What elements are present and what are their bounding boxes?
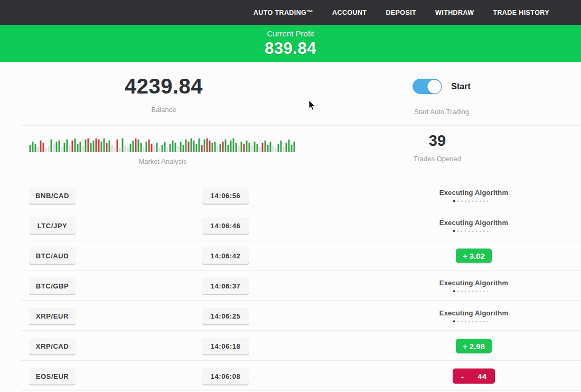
market-bar bbox=[270, 142, 271, 152]
market-bar bbox=[88, 138, 89, 152]
market-bar bbox=[109, 141, 110, 152]
market-bar bbox=[127, 147, 129, 152]
trades-opened-label: Trades Opened bbox=[414, 155, 461, 163]
market-bar bbox=[283, 147, 285, 152]
loader-dot bbox=[453, 320, 455, 322]
market-bar bbox=[280, 141, 282, 152]
pair-badge[interactable]: BTC/GBP bbox=[29, 277, 76, 294]
market-bar bbox=[207, 138, 208, 152]
market-bar bbox=[180, 142, 182, 152]
market-bar bbox=[164, 142, 166, 152]
auto-trading-toggle[interactable] bbox=[413, 79, 442, 94]
loader-dot bbox=[476, 321, 477, 322]
market-bar bbox=[114, 147, 116, 152]
balance-block: 4239.84 Balance bbox=[125, 74, 203, 114]
market-bar bbox=[53, 144, 55, 152]
loader-dot bbox=[483, 200, 485, 202]
market-bar bbox=[40, 141, 42, 152]
table-row: XRP/EUR 14:06:25 Executing Algorithm bbox=[0, 301, 581, 331]
nav-item-withdraw[interactable]: WITHDRAW bbox=[435, 9, 474, 16]
pair-badge[interactable]: LTC/JPY bbox=[29, 217, 76, 234]
market-bar bbox=[85, 139, 87, 152]
market-bar bbox=[291, 145, 293, 152]
toggle-start-label: Start bbox=[451, 82, 470, 91]
loader-dot bbox=[457, 291, 459, 292]
loader-dot bbox=[457, 200, 459, 202]
trade-status: Executing Algorithm bbox=[439, 279, 508, 293]
time-badge[interactable]: 14:06:25 bbox=[202, 307, 249, 324]
loader-dot bbox=[476, 230, 477, 232]
market-bar bbox=[265, 141, 266, 152]
market-bar bbox=[43, 143, 44, 152]
time-badge[interactable]: 14:06:46 bbox=[202, 217, 249, 234]
nav-item-account[interactable]: ACCOUNT bbox=[332, 9, 367, 16]
market-bar bbox=[48, 146, 50, 152]
top-navbar: AUTO TRADING™ACCOUNTDEPOSITWITHDRAWTRADE… bbox=[0, 0, 581, 25]
loading-dots bbox=[436, 200, 505, 202]
profit-badge: +2.98 bbox=[456, 339, 492, 353]
loader-dot bbox=[465, 200, 466, 202]
time-badge[interactable]: 14:06:56 bbox=[202, 187, 249, 203]
time-badge[interactable]: 14:06:18 bbox=[202, 338, 249, 354]
market-bar bbox=[104, 138, 105, 152]
market-bar bbox=[236, 143, 237, 152]
market-bar bbox=[172, 141, 174, 152]
nav-item-trade-history[interactable]: TRADE HISTORY bbox=[493, 9, 549, 16]
loader-dot bbox=[468, 291, 470, 292]
market-bar bbox=[273, 146, 274, 152]
loss-badge: -44 bbox=[453, 368, 495, 384]
loader-dot bbox=[461, 321, 463, 322]
pair-badge[interactable]: BTC/AUD bbox=[29, 247, 76, 264]
loader-dot bbox=[453, 290, 455, 292]
market-bar bbox=[249, 143, 250, 152]
loading-dots bbox=[436, 291, 505, 293]
market-bar bbox=[262, 143, 264, 152]
market-analysis-chart bbox=[30, 136, 296, 152]
market-bar bbox=[140, 143, 142, 152]
current-profit-value: 839.84 bbox=[0, 39, 581, 58]
loader-dot bbox=[465, 321, 466, 322]
pair-badge[interactable]: XRP/CAD bbox=[29, 338, 76, 354]
time-badge[interactable]: 14:06:37 bbox=[202, 277, 249, 294]
executing-label: Executing Algorithm bbox=[439, 309, 508, 317]
nav-item-auto-trading[interactable]: AUTO TRADING™ bbox=[254, 9, 313, 16]
loading-dots bbox=[436, 321, 505, 323]
loader-dot bbox=[476, 291, 477, 292]
trade-status: -44 bbox=[453, 368, 495, 384]
market-bar bbox=[294, 142, 295, 152]
market-bar bbox=[59, 141, 60, 152]
market-bar bbox=[233, 138, 235, 152]
market-bar bbox=[175, 143, 176, 152]
time-badge[interactable]: 14:06:42 bbox=[202, 247, 249, 264]
loader-dot bbox=[468, 321, 470, 322]
market-bar bbox=[267, 145, 269, 152]
market-bar bbox=[125, 146, 126, 152]
market-bar bbox=[286, 143, 287, 152]
pair-badge[interactable]: EOS/EUR bbox=[29, 368, 76, 384]
market-bar bbox=[238, 146, 240, 152]
time-badge[interactable]: 14:06:08 bbox=[202, 368, 249, 384]
market-bar bbox=[228, 145, 229, 152]
pair-badge[interactable]: BNB/CAD bbox=[29, 187, 76, 203]
trade-status: +3.02 bbox=[456, 248, 492, 263]
row-divider bbox=[21, 390, 581, 391]
market-bar bbox=[288, 139, 290, 152]
market-bar bbox=[183, 145, 184, 152]
pair-badge[interactable]: XRP/EUR bbox=[29, 307, 76, 324]
market-bar bbox=[119, 148, 121, 152]
market-bar bbox=[56, 142, 58, 152]
nav-item-deposit[interactable]: DEPOSIT bbox=[386, 9, 416, 16]
loader-dot bbox=[468, 200, 470, 202]
loader-dot bbox=[461, 200, 463, 202]
auto-trading-block: Start Start Auto Trading bbox=[413, 79, 470, 116]
current-profit-banner: Current Profit 839.84 bbox=[0, 25, 581, 62]
market-bar bbox=[101, 142, 102, 152]
loading-dots bbox=[436, 230, 505, 232]
loader-dot bbox=[453, 200, 455, 202]
loader-dot bbox=[487, 321, 489, 322]
trade-status: Executing Algorithm bbox=[439, 189, 508, 202]
loader-dot bbox=[465, 291, 466, 292]
loader-dot bbox=[476, 200, 477, 202]
market-bar bbox=[143, 147, 145, 152]
table-row: BNB/CAD 14:06:56 Executing Algorithm bbox=[0, 180, 581, 210]
